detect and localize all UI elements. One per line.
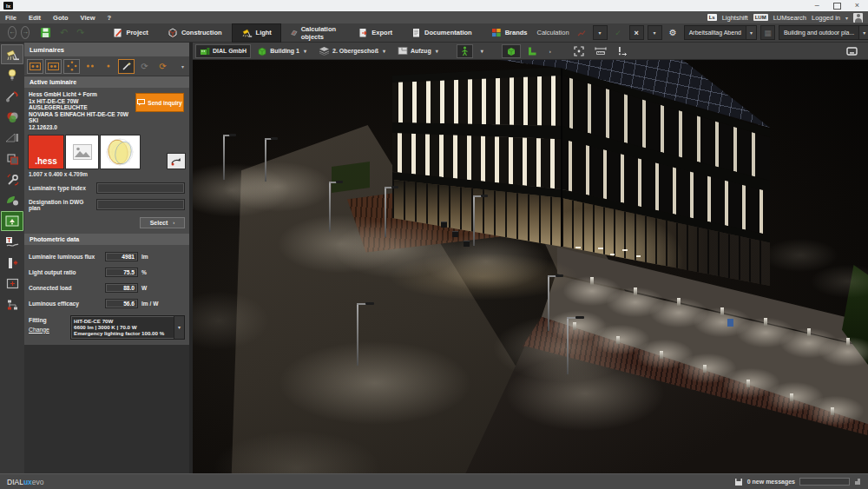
undo-button[interactable]: ↶: [60, 28, 68, 37]
lightshift-button[interactable]: Lightshift: [722, 14, 748, 22]
tool-maintenance[interactable]: [1, 169, 23, 189]
brands-icon: [491, 28, 502, 37]
rotate-orange-button[interactable]: ⟳: [155, 59, 171, 74]
exclamation-icon: [617, 46, 628, 56]
calculation-dropdown-caret[interactable]: ▾: [593, 25, 608, 40]
tool-colors[interactable]: [1, 107, 23, 127]
tool-luminaires[interactable]: [1, 44, 23, 64]
site-button[interactable]: DIAL GmbH: [195, 44, 251, 58]
single-luminaire-button[interactable]: [100, 59, 116, 74]
maximize-icon[interactable]: [833, 3, 841, 10]
bollard: [703, 365, 707, 373]
menu-help[interactable]: ?: [108, 14, 112, 22]
tab-documentation[interactable]: Documentation: [402, 23, 482, 43]
messages-count[interactable]: 0 new messages: [747, 479, 795, 485]
eco-leaf-icon: [5, 195, 19, 206]
status-indicator-icon: [854, 478, 861, 486]
bollard: [590, 277, 594, 285]
cancel-calculation-button[interactable]: ×: [629, 25, 644, 40]
project-icon: [113, 28, 122, 37]
wand-arrangement-button[interactable]: [118, 59, 135, 74]
photo-placeholder[interactable]: [66, 135, 98, 169]
light-scene-edit-button[interactable]: ▦: [760, 25, 775, 40]
send-inquiry-button[interactable]: Send inquiry: [135, 93, 184, 112]
circle-arrangement-button[interactable]: [63, 59, 80, 74]
settings-gear-icon[interactable]: ⚙: [666, 25, 681, 40]
tab-light[interactable]: Light: [232, 23, 281, 43]
tab-project[interactable]: Project: [103, 23, 157, 43]
tool-calc-surface[interactable]: [1, 274, 23, 294]
bollard: [807, 328, 811, 336]
lumsearch-button[interactable]: LUMsearch: [773, 14, 806, 22]
walkthrough-button[interactable]: [457, 44, 473, 58]
tool-scene-luminaires[interactable]: [1, 211, 23, 231]
back-button[interactable]: ←: [8, 26, 16, 39]
app-icon[interactable]: lx: [3, 2, 13, 10]
avatar[interactable]: [853, 13, 863, 23]
rotate-luminaire-button[interactable]: [168, 154, 185, 169]
tool-lamps[interactable]: [1, 65, 23, 85]
light-output-ratio-value[interactable]: 75.5: [105, 268, 138, 277]
view-3d-button[interactable]: [502, 44, 521, 58]
arrangement-more-caret[interactable]: ▾: [181, 63, 187, 69]
view-plan-button[interactable]: [523, 44, 542, 58]
zoom-fit-button[interactable]: [569, 44, 589, 58]
display-options-button[interactable]: [842, 44, 862, 58]
luminous-efficacy-value[interactable]: 56.6: [105, 299, 138, 308]
annotate-button[interactable]: [613, 44, 632, 58]
redo-button[interactable]: ↷: [76, 28, 84, 37]
light-scene-dropdown[interactable]: Arbeitsalltag Abend ▾: [684, 25, 757, 40]
calculation-check-icon[interactable]: ✓: [611, 25, 626, 40]
view-mode-dropdown[interactable]: Building and outdoor pla... ▾: [779, 25, 868, 40]
tab-calculation-objects[interactable]: Calculation objects: [281, 23, 349, 43]
view-more-caret[interactable]: ›: [543, 44, 557, 58]
calculation-chart-icon[interactable]: [575, 25, 589, 40]
tool-mast[interactable]: [1, 253, 23, 273]
close-icon[interactable]: ×: [855, 2, 859, 10]
photometric-curve-thumbnail[interactable]: [101, 135, 140, 169]
select-button[interactable]: Select›: [140, 217, 185, 228]
measure-button[interactable]: [590, 44, 611, 58]
forward-button[interactable]: →: [21, 26, 30, 39]
connected-load-value[interactable]: 88.0: [105, 283, 138, 293]
walkthrough-caret[interactable]: ▾: [475, 44, 490, 58]
tool-dimming[interactable]: [1, 128, 23, 148]
fitting-dropdown[interactable]: HIT-DE-CE 70W 6600 lm | 3000 K | 70.0 W …: [70, 315, 185, 340]
seat-cube: [464, 241, 470, 247]
cube-3d-icon: [506, 46, 516, 56]
bollard: [677, 298, 681, 306]
rotate-dim-button[interactable]: ⟳: [136, 59, 153, 74]
line-arrangement-button[interactable]: [45, 59, 62, 74]
tab-export[interactable]: Export: [349, 23, 402, 43]
type-index-input[interactable]: [96, 182, 185, 194]
save-button[interactable]: [40, 27, 51, 38]
pair-arrangement-button[interactable]: [82, 59, 98, 74]
tab-brands[interactable]: Brands: [482, 23, 537, 43]
tool-text[interactable]: [1, 232, 23, 252]
scene-luminaire-icon: [5, 215, 19, 227]
tab-construction[interactable]: Construction: [158, 23, 232, 43]
manufacturer-logo[interactable]: .hess: [29, 135, 63, 169]
luminous-flux-value[interactable]: 4981: [105, 252, 138, 261]
plan-l-icon: [527, 46, 537, 56]
field-arrangement-button[interactable]: [27, 59, 43, 74]
street-lamp: [567, 317, 584, 374]
calculation-label: Calculation: [537, 29, 569, 36]
dwg-designation-input[interactable]: [96, 199, 185, 210]
tool-energy[interactable]: [1, 190, 23, 210]
tool-structure[interactable]: [1, 294, 23, 314]
menu-goto[interactable]: Goto: [53, 14, 69, 22]
storey-dropdown[interactable]: 2. Obergeschoß ▾: [314, 44, 391, 58]
space-dropdown[interactable]: Aufzug ▾: [393, 44, 444, 58]
tool-arrangement[interactable]: [1, 86, 23, 106]
menu-file[interactable]: File: [5, 14, 16, 22]
logged-in-menu[interactable]: Logged in: [812, 14, 840, 22]
building-dropdown[interactable]: Building 1 ▾: [253, 44, 312, 58]
fitting-change-link[interactable]: Change: [29, 327, 70, 333]
minimize-icon[interactable]: –: [815, 2, 819, 10]
viewport-3d-scene[interactable]: [193, 60, 868, 473]
cancel-dropdown-caret[interactable]: ▾: [648, 25, 662, 40]
menu-edit[interactable]: Edit: [29, 14, 41, 22]
tool-copy[interactable]: [1, 149, 23, 169]
menu-view[interactable]: View: [81, 14, 95, 22]
